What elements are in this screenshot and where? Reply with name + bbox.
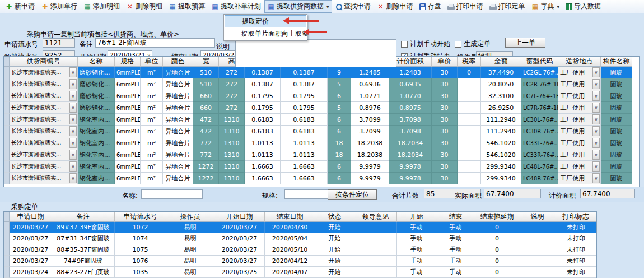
- table-cell[interactable]: 9.9978: [389, 173, 432, 184]
- table-cell[interactable]: 1.0113: [281, 149, 328, 161]
- table-cell[interactable]: [354, 256, 397, 267]
- table-cell[interactable]: 长沙市潇湘玻璃实...∨: [10, 114, 78, 126]
- table-cell[interactable]: 2020/04/07: [265, 267, 315, 278]
- table-cell[interactable]: 2020/05/04: [265, 233, 315, 244]
- table-cell[interactable]: 30: [432, 114, 458, 126]
- table-cell[interactable]: 26.9250: [481, 102, 521, 114]
- row-selector[interactable]: [4, 222, 10, 233]
- toolbar-button[interactable]: ✚新申请: [2, 0, 38, 13]
- table-cell[interactable]: 30: [432, 137, 458, 149]
- table-cell[interactable]: 88#35-37F窗固玻: [52, 244, 115, 256]
- table-cell[interactable]: 未打印: [556, 267, 596, 278]
- column-header[interactable]: 名称: [78, 57, 115, 67]
- table-cell[interactable]: [458, 137, 481, 149]
- chevron-down-icon[interactable]: ∨: [592, 161, 600, 172]
- actual-area-input[interactable]: [484, 189, 541, 198]
- row-selector[interactable]: [4, 161, 10, 173]
- table-cell[interactable]: 272: [219, 90, 245, 102]
- column-header[interactable]: 备注: [52, 212, 115, 222]
- table-cell[interactable]: 手动: [436, 233, 475, 244]
- row-selector[interactable]: [4, 267, 10, 278]
- table-cell[interactable]: 开始: [315, 267, 354, 278]
- table-cell[interactable]: 工厂使用∨: [558, 90, 601, 102]
- table-cell[interactable]: LC33R-76#...: [521, 149, 558, 161]
- table-cell[interactable]: 546.1020: [481, 149, 521, 161]
- table-cell[interactable]: 299.9340: [481, 161, 521, 173]
- table-cell[interactable]: 0: [475, 267, 519, 278]
- table-cell[interactable]: 6mmPLE...: [115, 114, 141, 126]
- chevron-down-icon[interactable]: ∨: [69, 161, 77, 172]
- table-cell[interactable]: 1.0113: [281, 137, 328, 149]
- table-cell[interactable]: 111.2940: [481, 126, 521, 137]
- column-header[interactable]: 送货地点: [558, 57, 601, 67]
- table-cell[interactable]: 18.2034: [389, 149, 432, 161]
- table-cell[interactable]: 772: [193, 149, 219, 161]
- table-cell[interactable]: 钢化室内...: [78, 126, 115, 137]
- table-cell[interactable]: 未打印: [556, 244, 596, 256]
- column-header[interactable]: 结束: [436, 212, 475, 222]
- table-cell[interactable]: 手动: [397, 267, 436, 278]
- previous-order-button[interactable]: 上一单: [505, 38, 545, 48]
- column-header[interactable]: 申请日期: [10, 212, 52, 222]
- column-header[interactable]: 税率: [458, 57, 481, 67]
- table-cell[interactable]: 2020/03/27: [10, 233, 52, 244]
- row-selector[interactable]: [4, 137, 10, 149]
- column-header[interactable]: 结束日期: [265, 212, 315, 222]
- table-cell[interactable]: 1.0770: [389, 90, 432, 102]
- chevron-down-icon[interactable]: ∨: [592, 103, 600, 113]
- table-cell[interactable]: 固玻: [601, 161, 632, 173]
- table-cell[interactable]: LC30R-76#...: [521, 126, 558, 137]
- table-cell[interactable]: 3.7099: [351, 114, 389, 126]
- table-cell[interactable]: 工厂使用∨: [558, 149, 601, 161]
- table-cell[interactable]: LC2GL-76#...: [521, 67, 558, 78]
- toolbar-button[interactable]: ▦提取预算: [166, 0, 208, 13]
- table-cell[interactable]: 0: [475, 244, 519, 256]
- table-cell[interactable]: 89#37-39F窗固玻: [52, 222, 115, 233]
- table-cell[interactable]: 未打印: [556, 256, 596, 267]
- table-cell[interactable]: 1.0113: [245, 149, 281, 161]
- table-cell[interactable]: m²: [141, 102, 163, 114]
- table-cell[interactable]: 工厂使用∨: [558, 173, 601, 184]
- table-cell[interactable]: m²: [141, 137, 163, 149]
- column-header[interactable]: 操作员: [166, 212, 214, 222]
- table-cell[interactable]: 18.2038: [351, 137, 389, 149]
- table-cell[interactable]: [354, 233, 397, 244]
- table-cell[interactable]: 5: [328, 102, 351, 114]
- table-cell[interactable]: 1.2483: [389, 67, 432, 78]
- table-cell[interactable]: 2020/03/25: [214, 267, 265, 278]
- table-cell[interactable]: 6: [328, 114, 351, 126]
- chevron-down-icon[interactable]: ∨: [592, 138, 600, 148]
- row-selector[interactable]: [4, 244, 10, 256]
- table-cell[interactable]: 易明: [166, 244, 214, 256]
- table-cell[interactable]: [458, 114, 481, 126]
- table-cell[interactable]: 9.9979: [351, 173, 389, 184]
- table-cell[interactable]: [354, 244, 397, 256]
- table-row[interactable]: 2020/03/2488#23-27F门页玻1035易明2020/03/2520…: [4, 267, 596, 278]
- table-cell[interactable]: 2020/05/10: [265, 244, 315, 256]
- table-cell[interactable]: 6: [328, 161, 351, 173]
- table-cell[interactable]: 易明: [166, 256, 214, 267]
- table-cell[interactable]: m²: [141, 114, 163, 126]
- table-cell[interactable]: 1075: [115, 244, 166, 256]
- table-cell[interactable]: m²: [141, 149, 163, 161]
- table-cell[interactable]: 钢化室内...: [78, 161, 115, 173]
- table-cell[interactable]: 长沙市潇湘玻璃实...∨: [10, 161, 78, 173]
- table-cell[interactable]: LC2R-76#-1F: [521, 78, 558, 90]
- table-cell[interactable]: 2020/03/27: [214, 222, 265, 233]
- column-header[interactable]: 金额: [481, 57, 521, 67]
- table-cell[interactable]: 2020/04/30: [265, 222, 315, 233]
- table-cell[interactable]: 异地合片: [163, 114, 193, 126]
- column-header[interactable]: 开始日期: [214, 212, 265, 222]
- row-selector[interactable]: [4, 114, 10, 126]
- table-cell[interactable]: 6mmPLE...: [115, 78, 141, 90]
- table-cell[interactable]: 固玻: [601, 173, 632, 184]
- table-cell[interactable]: LC33L-76#...: [521, 137, 558, 149]
- table-cell[interactable]: 6: [328, 173, 351, 184]
- chevron-down-icon[interactable]: ∨: [69, 103, 77, 113]
- column-header[interactable]: 打印标志: [556, 212, 596, 222]
- table-cell[interactable]: 2020/04/12: [265, 256, 315, 267]
- row-selector[interactable]: [4, 149, 10, 161]
- table-cell[interactable]: 工厂使用∨: [558, 126, 601, 137]
- table-cell[interactable]: 异地合片: [163, 173, 193, 184]
- row-selector[interactable]: [4, 126, 10, 137]
